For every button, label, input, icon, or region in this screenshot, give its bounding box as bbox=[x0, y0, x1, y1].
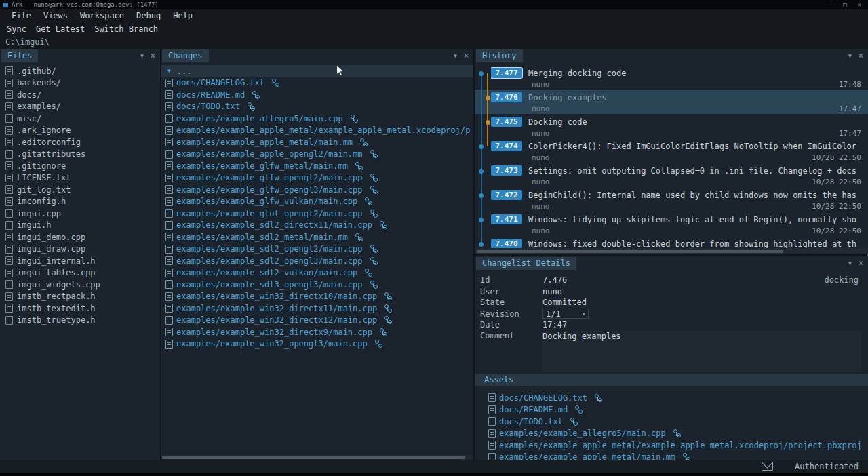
menu-item[interactable]: Workspace bbox=[74, 9, 130, 22]
file-item[interactable]: imconfig.h bbox=[0, 196, 160, 208]
file-item[interactable]: imgui_widgets.cpp bbox=[0, 279, 160, 291]
files-panel-title[interactable]: Files bbox=[1, 49, 38, 62]
changed-file-item[interactable]: examples/example_sdl2_opengl3/main.cpp bbox=[161, 255, 473, 267]
asset-item[interactable]: docs/README.md bbox=[475, 404, 868, 416]
close-icon[interactable]: × bbox=[859, 260, 863, 266]
file-item[interactable]: examples/ bbox=[0, 101, 160, 113]
changed-file-name: examples/example_sdl2_directx11/main.cpp bbox=[176, 220, 372, 230]
changeset-time: 10/28 22:50 bbox=[812, 226, 863, 235]
file-item[interactable]: LICENSE.txt bbox=[0, 172, 160, 184]
file-item[interactable]: .github/ bbox=[0, 65, 160, 77]
file-item[interactable]: .gitattributes bbox=[0, 148, 160, 161]
changed-file-item[interactable]: examples/example_glfw_metal/main.mm bbox=[161, 160, 473, 172]
file-name: imstb_rectpack.h bbox=[17, 292, 96, 301]
asset-item[interactable]: examples/example_apple_metal/example_app… bbox=[475, 439, 868, 452]
filter-icon[interactable]: ▼ bbox=[848, 53, 852, 59]
history-entry[interactable]: 7.470 Windows: fixed double-clicked bord… bbox=[475, 236, 868, 248]
changed-file-item[interactable]: examples/example_sdl2_directx11/main.cpp bbox=[161, 220, 473, 232]
branch-icon bbox=[370, 150, 378, 158]
file-item[interactable]: misc/ bbox=[0, 113, 160, 125]
changed-file-item[interactable]: examples/example_sdl3_opengl3/main.cpp bbox=[161, 279, 473, 291]
file-item[interactable]: imgui_internal.h bbox=[0, 255, 160, 267]
changed-file-item[interactable]: examples/example_apple_opengl2/main.mm bbox=[161, 148, 473, 161]
toolbar-button[interactable]: Get Latest bbox=[35, 22, 86, 36]
changed-file-item[interactable]: examples/example_win32_directx10/main.cp… bbox=[161, 291, 473, 303]
filter-icon[interactable]: ▼ bbox=[848, 260, 852, 266]
history-entry[interactable]: 7.476 Docking examples nuno 17:47 bbox=[475, 90, 868, 114]
file-item[interactable]: .editorconfig bbox=[0, 136, 160, 148]
changeset-user: nuno bbox=[532, 80, 550, 89]
changed-file-item[interactable]: examples/example_sdl2_metal/main.mm bbox=[161, 231, 473, 243]
chevron-down-icon[interactable]: ▼ bbox=[167, 68, 171, 74]
history-entry[interactable]: 7.475 Docking code nuno 17:47 bbox=[475, 114, 868, 138]
details-panel-title[interactable]: Changelist Details bbox=[476, 257, 576, 270]
changed-file-item[interactable]: examples/example_glfw_opengl3/main.cpp bbox=[161, 184, 473, 196]
file-item[interactable]: imgui_tables.cpp bbox=[0, 267, 160, 279]
file-item[interactable]: imgui.h bbox=[0, 220, 160, 232]
changes-root-row[interactable]: ▼ ... bbox=[161, 65, 473, 77]
close-icon[interactable]: × bbox=[151, 52, 155, 59]
history-entry[interactable]: 7.471 Windows: tidying up skipitems logi… bbox=[475, 212, 868, 236]
close-icon[interactable]: × bbox=[859, 52, 863, 59]
changed-file-item[interactable]: examples/example_glfw_vulkan/main.cpp bbox=[161, 196, 473, 208]
changed-file-name: examples/example_glfw_opengl3/main.cpp bbox=[176, 185, 363, 195]
history-entry[interactable]: 7.477 Merging docking code nuno 17:48 bbox=[475, 65, 868, 90]
scrollbar-thumb[interactable] bbox=[477, 250, 783, 253]
file-item[interactable]: imstb_textedit.h bbox=[0, 302, 160, 315]
file-item[interactable]: imstb_rectpack.h bbox=[0, 291, 160, 303]
file-item[interactable]: imgui_draw.cpp bbox=[0, 243, 160, 256]
changed-file-item[interactable]: examples/example_sdl2_vulkan/main.cpp bbox=[161, 267, 473, 279]
toolbar-button[interactable]: Switch Branch bbox=[93, 22, 159, 36]
changed-file-item[interactable]: examples/example_win32_directx12/main.cp… bbox=[161, 315, 473, 327]
maximize-button[interactable]: □ bbox=[843, 1, 846, 8]
filter-icon[interactable]: ▼ bbox=[140, 53, 144, 59]
asset-item[interactable]: examples/example_apple_metal/main.mm bbox=[475, 452, 868, 460]
menu-item[interactable]: Help bbox=[167, 9, 199, 22]
document-icon bbox=[165, 161, 173, 170]
file-item[interactable]: .ark_ignore bbox=[0, 125, 160, 137]
field-value: Docking examples bbox=[542, 332, 621, 341]
changes-panel-title[interactable]: Changes bbox=[162, 49, 209, 62]
changeset-time: 10/28 22:50 bbox=[812, 202, 863, 211]
toolbar-button[interactable]: Sync bbox=[5, 22, 28, 36]
asset-item[interactable]: docs/CHANGELOG.txt bbox=[475, 392, 868, 404]
filter-icon[interactable]: ▼ bbox=[454, 53, 457, 59]
file-item[interactable]: imgui_demo.cpp bbox=[0, 231, 160, 243]
asset-item[interactable]: docs/TODO.txt bbox=[475, 416, 868, 428]
file-item[interactable]: git_log.txt bbox=[0, 184, 160, 196]
menu-item[interactable]: Debug bbox=[130, 9, 167, 22]
asset-item[interactable]: examples/example_allegro5/main.cpp bbox=[475, 428, 868, 440]
close-icon[interactable]: × bbox=[464, 52, 469, 59]
minimize-button[interactable]: – bbox=[829, 1, 832, 8]
history-entry[interactable]: 7.474 ColorPicker4(): Fixed ImGuiColorEd… bbox=[475, 138, 868, 163]
changed-file-item[interactable]: examples/example_glfw_opengl2/main.cpp bbox=[161, 172, 473, 184]
changed-file-item[interactable]: docs/CHANGELOG.txt bbox=[161, 77, 473, 90]
changed-file-item[interactable]: examples/example_win32_opengl3/main.cpp bbox=[161, 338, 473, 351]
dropdown-arrow-icon[interactable]: ▼ bbox=[583, 311, 585, 317]
assets-header: Assets bbox=[475, 374, 868, 386]
file-item[interactable]: backends/ bbox=[0, 77, 160, 90]
document-icon bbox=[488, 453, 496, 460]
file-item[interactable]: imstb_truetype.h bbox=[0, 315, 160, 327]
scrollbar-thumb[interactable] bbox=[162, 456, 465, 459]
history-entry[interactable]: 7.472 BeginChild(): Internal name used b… bbox=[475, 187, 868, 212]
changed-file-item[interactable]: examples/example_win32_directx11/main.cp… bbox=[161, 302, 473, 315]
history-entry[interactable]: 7.473 Settings: omit outputing Collapsed… bbox=[475, 163, 868, 187]
changed-file-item[interactable]: docs/TODO.txt bbox=[161, 101, 473, 113]
file-item[interactable]: .gitignore bbox=[0, 160, 160, 172]
close-button[interactable]: × bbox=[858, 1, 861, 8]
document-icon bbox=[165, 304, 173, 313]
file-item[interactable]: imgui.cpp bbox=[0, 207, 160, 220]
changed-file-item[interactable]: examples/example_sdl2_opengl2/main.cpp bbox=[161, 243, 473, 256]
changed-file-item[interactable]: examples/example_apple_metal/main.mm bbox=[161, 136, 473, 148]
changeset-user: nuno bbox=[532, 153, 550, 162]
changed-file-item[interactable]: examples/example_apple_metal/example_app… bbox=[161, 125, 473, 137]
changed-file-item[interactable]: examples/example_win32_directx9/main.cpp bbox=[161, 326, 473, 338]
changed-file-item[interactable]: examples/example_allegro5/main.cpp bbox=[161, 113, 473, 125]
menu-item[interactable]: Views bbox=[37, 9, 74, 22]
changed-file-item[interactable]: docs/README.md bbox=[161, 89, 473, 101]
changed-file-item[interactable]: examples/example_glut_opengl2/main.cpp bbox=[161, 207, 473, 220]
file-item[interactable]: docs/ bbox=[0, 89, 160, 101]
menu-item[interactable]: File bbox=[5, 9, 37, 22]
history-panel-title[interactable]: History bbox=[476, 49, 523, 62]
